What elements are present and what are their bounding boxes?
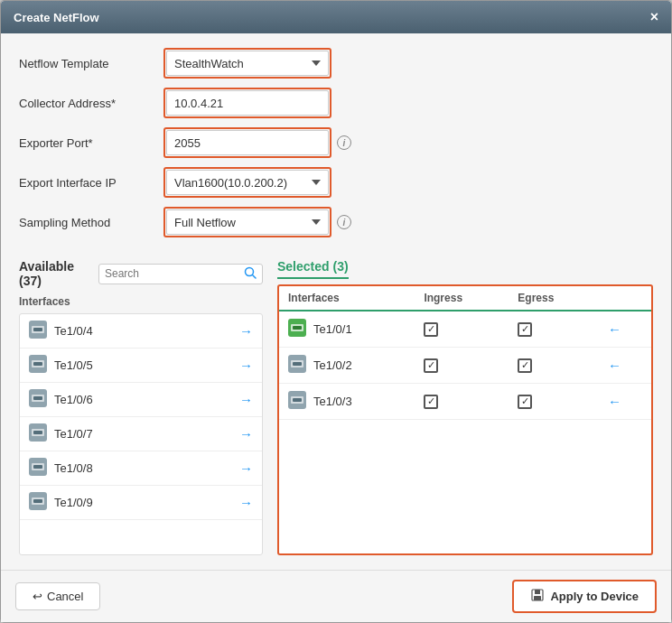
sampling-method-info-icon[interactable]: i bbox=[337, 215, 351, 229]
dialog-body: Netflow Template StealthWatch Default Co… bbox=[1, 33, 671, 570]
save-icon bbox=[530, 588, 545, 605]
add-interface-arrow[interactable]: → bbox=[239, 460, 253, 476]
interface-icon bbox=[29, 423, 47, 444]
cancel-icon: ↩ bbox=[33, 590, 42, 603]
exporter-port-info-icon[interactable]: i bbox=[337, 135, 351, 150]
selected-interface-cell: Te1/0/3 bbox=[279, 384, 415, 420]
egress-checkbox[interactable]: ✓ bbox=[518, 395, 532, 409]
selected-table-wrapper: Interfaces Ingress Egress bbox=[277, 284, 653, 555]
search-input[interactable] bbox=[105, 267, 240, 280]
svg-rect-19 bbox=[33, 499, 42, 503]
interface-status-icon bbox=[288, 355, 306, 376]
apply-to-device-button[interactable]: Apply to Device bbox=[512, 580, 657, 613]
cancel-label: Cancel bbox=[47, 590, 83, 603]
export-interface-wrapper: Vlan1600(10.0.200.2) bbox=[163, 167, 331, 198]
table-row: Te1/0/3 ✓ ✓ ← bbox=[279, 384, 651, 420]
sampling-method-row: Sampling Method Full Netflow Sampled Net… bbox=[19, 207, 653, 237]
selected-table-header: Interfaces Ingress Egress bbox=[279, 286, 651, 311]
interface-icon bbox=[29, 458, 47, 479]
export-interface-select[interactable]: Vlan1600(10.0.200.2) bbox=[166, 170, 329, 195]
ingress-checkbox[interactable]: ✓ bbox=[424, 358, 438, 373]
add-interface-arrow[interactable]: → bbox=[239, 358, 253, 373]
dialog-footer: ↩ Cancel Apply to Device bbox=[1, 570, 671, 622]
remove-interface-arrow[interactable]: ← bbox=[608, 358, 621, 373]
interface-name: Te1/0/4 bbox=[54, 324, 232, 338]
interface-status-icon bbox=[288, 319, 306, 339]
ingress-checkbox[interactable]: ✓ bbox=[424, 395, 438, 409]
sampling-method-select[interactable]: Full Netflow Sampled Netflow bbox=[166, 209, 329, 235]
remove-interface-arrow[interactable]: ← bbox=[608, 394, 621, 409]
selected-panel: Selected (3) Interfaces Ingress Egress bbox=[277, 259, 653, 555]
close-button[interactable]: × bbox=[650, 9, 658, 25]
add-interface-arrow[interactable]: → bbox=[239, 392, 253, 407]
ingress-checkbox[interactable]: ✓ bbox=[424, 322, 438, 337]
netflow-template-row: Netflow Template StealthWatch Default bbox=[19, 48, 653, 79]
interface-icon bbox=[29, 492, 47, 513]
selected-table: Interfaces Ingress Egress bbox=[279, 286, 651, 420]
svg-rect-30 bbox=[535, 590, 540, 594]
ingress-cell: ✓ bbox=[415, 311, 509, 348]
export-interface-label: Export Interface IP bbox=[19, 176, 163, 190]
svg-rect-10 bbox=[33, 396, 42, 400]
available-panel-header: Available (37) bbox=[19, 259, 263, 288]
dialog-title: Create NetFlow bbox=[14, 11, 99, 24]
netflow-template-wrapper: StealthWatch Default bbox=[163, 48, 331, 79]
selected-panel-title: Selected (3) bbox=[277, 259, 349, 279]
interface-icon bbox=[29, 321, 47, 341]
available-panel-title: Available (37) bbox=[19, 259, 91, 288]
collector-address-wrapper bbox=[163, 88, 331, 118]
collector-address-row: Collector Address* bbox=[19, 88, 653, 118]
list-item[interactable]: Te1/0/5 → bbox=[20, 349, 262, 383]
dialog-header: Create NetFlow × bbox=[1, 1, 671, 33]
collector-address-input[interactable] bbox=[166, 90, 329, 116]
interface-name: Te1/0/9 bbox=[54, 496, 232, 509]
add-interface-arrow[interactable]: → bbox=[239, 495, 253, 510]
interface-icon bbox=[29, 389, 47, 410]
svg-line-1 bbox=[253, 274, 257, 278]
selected-interface-cell: Te1/0/2 bbox=[279, 348, 415, 384]
exporter-port-input[interactable] bbox=[166, 130, 329, 155]
remove-interface-arrow[interactable]: ← bbox=[608, 321, 621, 337]
list-item[interactable]: Te1/0/8 → bbox=[20, 451, 262, 486]
add-interface-arrow[interactable]: → bbox=[239, 426, 253, 442]
list-item[interactable]: Te1/0/4 → bbox=[20, 314, 262, 349]
list-item[interactable]: Te1/0/9 → bbox=[20, 486, 262, 520]
egress-cell: ✓ bbox=[509, 348, 599, 384]
add-interface-arrow[interactable]: → bbox=[239, 323, 253, 339]
svg-rect-7 bbox=[33, 362, 42, 366]
svg-rect-28 bbox=[293, 398, 302, 402]
exporter-port-wrapper bbox=[163, 127, 331, 158]
search-box bbox=[98, 264, 263, 284]
egress-cell: ✓ bbox=[509, 311, 599, 348]
remove-cell: ← bbox=[599, 311, 651, 348]
svg-rect-4 bbox=[33, 328, 42, 331]
search-icon bbox=[244, 266, 257, 282]
interface-status-icon bbox=[288, 391, 306, 412]
cancel-button[interactable]: ↩ Cancel bbox=[15, 582, 100, 610]
list-item[interactable]: Te1/0/7 → bbox=[20, 417, 262, 451]
egress-checkbox[interactable]: ✓ bbox=[518, 322, 532, 337]
exporter-port-row: Exporter Port* i bbox=[19, 127, 653, 158]
netflow-template-select[interactable]: StealthWatch Default bbox=[166, 51, 329, 76]
available-panel: Available (37) Interfaces bbox=[19, 259, 263, 555]
exporter-port-label: Exporter Port* bbox=[19, 136, 163, 150]
available-col-label: Interfaces bbox=[19, 295, 263, 308]
remove-cell: ← bbox=[599, 384, 651, 420]
selected-interface-name: Te1/0/2 bbox=[313, 358, 352, 372]
sampling-method-wrapper: Full Netflow Sampled Netflow bbox=[163, 207, 331, 237]
interface-name: Te1/0/8 bbox=[54, 461, 232, 475]
ingress-cell: ✓ bbox=[415, 348, 509, 384]
table-row: Te1/0/2 ✓ ✓ ← bbox=[279, 348, 651, 384]
export-interface-row: Export Interface IP Vlan1600(10.0.200.2) bbox=[19, 167, 653, 198]
list-item[interactable]: Te1/0/6 → bbox=[20, 383, 262, 417]
svg-rect-31 bbox=[534, 596, 541, 600]
netflow-template-label: Netflow Template bbox=[19, 57, 163, 70]
svg-rect-22 bbox=[293, 326, 302, 330]
available-interfaces-list: Te1/0/4 → Te1/0/5 → Te1/0/ bbox=[19, 313, 263, 555]
form-section: Netflow Template StealthWatch Default Co… bbox=[19, 48, 653, 246]
col-egress-header: Egress bbox=[509, 286, 599, 311]
col-ingress-header: Ingress bbox=[415, 286, 509, 311]
egress-cell: ✓ bbox=[509, 384, 599, 420]
egress-checkbox[interactable]: ✓ bbox=[518, 358, 532, 373]
remove-cell: ← bbox=[599, 348, 651, 384]
